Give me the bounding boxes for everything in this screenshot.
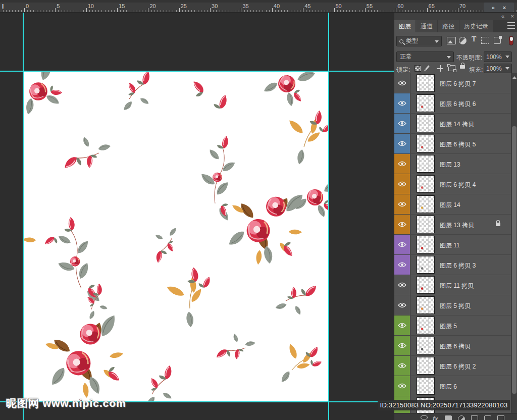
layer-row[interactable]: 图层 6 拷贝 2 <box>394 356 511 376</box>
layer-visibility-toggle[interactable] <box>394 275 410 295</box>
layer-row[interactable]: 图层 5 拷贝 <box>394 295 511 316</box>
filter-shape-layers-icon[interactable] <box>481 37 489 44</box>
layer-thumbnail[interactable] <box>417 236 435 253</box>
layer-visibility-toggle[interactable] <box>394 255 410 275</box>
layer-name[interactable]: 图层 6 拷贝 3 <box>440 261 476 270</box>
layer-visibility-toggle[interactable] <box>394 174 410 194</box>
add-mask-icon[interactable] <box>445 415 452 420</box>
layer-visibility-toggle[interactable] <box>394 114 410 133</box>
layer-visibility-toggle[interactable] <box>394 295 410 315</box>
lock-pixels-icon[interactable] <box>425 65 430 70</box>
panel-tab[interactable]: 图层 <box>394 20 416 32</box>
blend-mode-select[interactable]: 正常 <box>396 51 454 62</box>
pasteboard[interactable]: 昵图网 www.nipic.com <box>0 13 394 420</box>
layer-name[interactable]: 图层 6 拷贝 <box>440 342 471 351</box>
layer-name[interactable]: 图层 14 <box>440 201 460 209</box>
filter-adjustment-layers-icon[interactable] <box>459 37 467 44</box>
horizontal-ruler[interactable]: I 0510152025303540455055606570 <box>0 0 517 13</box>
filter-pixel-layers-icon[interactable] <box>447 37 456 44</box>
layer-thumbnail[interactable] <box>417 337 435 354</box>
guide-vertical-left[interactable] <box>23 13 24 420</box>
fill-input[interactable]: 100% <box>484 64 512 73</box>
layer-visibility-toggle[interactable] <box>394 134 410 153</box>
collapse-panel-icon[interactable]: « <box>501 13 504 19</box>
layer-visibility-toggle[interactable] <box>394 356 410 376</box>
new-adjustment-layer-icon[interactable] <box>458 415 465 420</box>
new-group-icon[interactable] <box>471 415 478 420</box>
layer-row[interactable]: 图层 6 拷贝 5 <box>394 134 511 154</box>
layer-name[interactable]: 图层 6 拷贝 6 <box>440 100 476 109</box>
layer-name[interactable]: 图层 11 拷贝 <box>440 282 474 290</box>
layer-visibility-toggle[interactable] <box>394 235 410 254</box>
layers-scrollbar[interactable] <box>511 73 517 420</box>
panel-close-icon[interactable]: × <box>511 13 514 19</box>
delete-layer-icon[interactable] <box>497 415 504 420</box>
panel-tab[interactable]: 路径 <box>438 20 459 32</box>
layer-row[interactable]: 图层 6 拷贝 4 <box>394 174 511 194</box>
layer-name[interactable]: 图层 6 拷贝 4 <box>440 181 476 189</box>
expand-panel-icon[interactable]: » <box>492 5 495 11</box>
layer-thumbnail[interactable] <box>417 175 435 193</box>
scroll-up-icon[interactable] <box>512 76 516 79</box>
layer-visibility-toggle[interactable] <box>394 336 410 355</box>
layer-row[interactable]: 图层 14 拷贝 <box>394 114 511 134</box>
layer-name[interactable]: 图层 5 拷贝 <box>440 302 471 310</box>
layer-visibility-toggle[interactable] <box>394 316 410 335</box>
layer-name[interactable]: 图层 6 拷贝 7 <box>440 80 476 88</box>
layer-row[interactable]: 图层 6 拷贝 6 <box>394 93 511 114</box>
layer-thumbnail[interactable] <box>417 74 435 92</box>
layer-name[interactable]: 图层 5 <box>440 322 457 331</box>
link-layers-icon[interactable] <box>421 415 428 419</box>
lock-position-icon[interactable] <box>437 65 443 72</box>
lock-transparency-icon[interactable] <box>415 65 421 72</box>
layer-visibility-toggle[interactable] <box>394 73 410 93</box>
layer-visibility-toggle[interactable] <box>394 215 410 234</box>
guide-vertical-right[interactable] <box>328 13 329 420</box>
layer-row[interactable]: 图层 6 拷贝 <box>394 336 511 356</box>
layer-thumbnail[interactable] <box>417 216 435 233</box>
layer-name[interactable]: 图层 13 <box>440 161 460 169</box>
guide-horizontal-top[interactable] <box>0 71 394 72</box>
lock-all-icon[interactable] <box>460 65 465 69</box>
layer-row[interactable]: 图层 14 <box>394 194 511 215</box>
layer-row[interactable]: 图层 11 <box>394 235 511 255</box>
layer-filtering-toggle[interactable] <box>509 36 513 45</box>
layer-row[interactable]: 图层 6 拷贝 3 <box>394 255 511 275</box>
layer-thumbnail[interactable] <box>417 256 435 274</box>
layer-thumbnail[interactable] <box>417 155 435 173</box>
layer-name[interactable]: 图层 14 拷贝 <box>440 120 474 129</box>
layer-thumbnail[interactable] <box>417 115 435 132</box>
layer-visibility-toggle[interactable] <box>394 93 410 113</box>
layer-name[interactable]: 图层 13 拷贝 <box>440 221 474 230</box>
layer-thumbnail[interactable] <box>417 377 435 395</box>
layer-name[interactable]: 图层 6 <box>440 383 457 391</box>
panel-tab[interactable]: 通道 <box>416 20 437 32</box>
layer-thumbnail[interactable] <box>417 296 435 314</box>
layer-row[interactable]: 图层 13 <box>394 154 511 174</box>
layer-visibility-toggle[interactable] <box>394 154 410 174</box>
layer-thumbnail[interactable] <box>417 276 435 294</box>
layer-thumbnail[interactable] <box>417 135 435 152</box>
panel-menu-icon[interactable] <box>507 22 515 29</box>
lock-artboard-icon[interactable] <box>448 65 455 71</box>
layer-row[interactable]: 图层 13 拷贝 <box>394 215 511 235</box>
layer-name[interactable]: 图层 6 拷贝 5 <box>440 140 476 149</box>
layer-name[interactable]: 图层 6 拷贝 2 <box>440 362 476 371</box>
layer-name[interactable]: 图层 11 <box>440 241 460 250</box>
close-doc-icon[interactable]: × <box>503 5 506 11</box>
scrollbar-thumb[interactable] <box>512 126 516 394</box>
opacity-input[interactable]: 100% <box>484 51 512 62</box>
layer-thumbnail[interactable] <box>417 195 435 213</box>
layer-row[interactable]: 图层 11 拷贝 <box>394 275 511 295</box>
layer-style-icon[interactable]: fx <box>433 415 440 420</box>
layer-visibility-toggle[interactable] <box>394 194 410 214</box>
layer-row[interactable]: 图层 5 <box>394 316 511 336</box>
filter-smart-objects-icon[interactable] <box>494 37 501 44</box>
layer-thumbnail[interactable] <box>417 317 435 334</box>
new-layer-icon[interactable] <box>484 415 491 420</box>
layer-thumbnail[interactable] <box>417 94 435 112</box>
layer-row[interactable]: 图层 6 <box>394 376 511 396</box>
layer-visibility-toggle[interactable] <box>394 376 410 396</box>
panel-tab[interactable]: 历史记录 <box>459 20 493 32</box>
layer-filter-select[interactable]: 类型 <box>396 36 442 46</box>
